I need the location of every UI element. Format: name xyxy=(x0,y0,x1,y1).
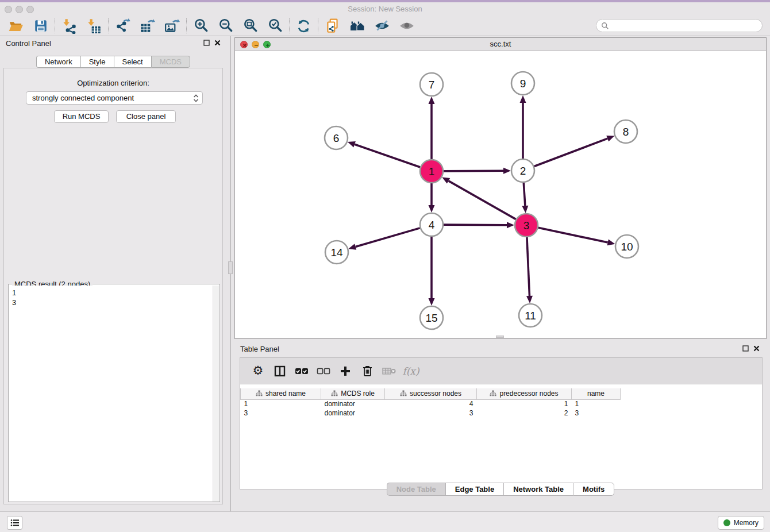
column-header-successor-nodes[interactable]: successor nodes xyxy=(385,388,477,399)
delete-rows-button[interactable] xyxy=(356,361,378,381)
table-cell[interactable]: 3 xyxy=(572,408,621,418)
open-session-button[interactable] xyxy=(3,17,28,34)
float-panel-icon[interactable] xyxy=(742,345,749,352)
table-cell[interactable]: 1 xyxy=(477,399,572,408)
status-bar: Memory xyxy=(0,511,770,532)
edge-arrow xyxy=(348,141,356,147)
add-row-button[interactable] xyxy=(334,361,356,381)
column-header-shared-name[interactable]: shared name xyxy=(241,388,321,399)
zoom-in-button[interactable] xyxy=(188,17,213,34)
trash-icon xyxy=(362,365,373,377)
new-network-from-selection-button[interactable] xyxy=(320,17,345,34)
table-cell[interactable]: 3 xyxy=(241,408,321,418)
mcds-result-text[interactable]: 1 3 xyxy=(9,286,213,502)
node-label: 8 xyxy=(623,126,629,138)
node-table-container: ⚙ xyxy=(240,357,763,489)
delete-table-button[interactable] xyxy=(378,361,400,381)
table-settings-button[interactable]: ⚙ xyxy=(247,361,269,381)
close-panel-button[interactable]: Close panel xyxy=(116,110,176,123)
table-cell[interactable]: 1 xyxy=(572,399,621,408)
memory-button[interactable]: Memory xyxy=(718,516,764,530)
edge-arrow xyxy=(429,205,435,213)
table-cell[interactable]: 2 xyxy=(477,408,572,418)
deselect-all-button[interactable] xyxy=(313,361,334,381)
edge-3-1[interactable] xyxy=(449,181,516,219)
splitter-grip[interactable] xyxy=(228,261,233,274)
first-neighbors-button[interactable] xyxy=(345,17,369,34)
table-cell[interactable]: dominator xyxy=(321,399,385,408)
plus-icon xyxy=(340,365,351,377)
main-toolbar xyxy=(0,16,770,36)
hierarchy-icon xyxy=(400,390,407,396)
function-builder-button[interactable]: f(x) xyxy=(400,361,422,381)
zoom-fit-button[interactable] xyxy=(238,17,263,34)
close-panel-icon[interactable] xyxy=(753,345,760,352)
result-scrollbar[interactable] xyxy=(213,286,219,502)
export-network-button[interactable] xyxy=(110,17,135,34)
zoom-out-button[interactable] xyxy=(213,17,238,34)
zoom-in-icon xyxy=(193,18,209,34)
tab-style[interactable]: Style xyxy=(80,56,114,68)
refresh-view-button[interactable] xyxy=(291,17,316,34)
save-session-button[interactable] xyxy=(28,17,53,34)
node-table[interactable]: shared nameMCDS rolesuccessor nodesprede… xyxy=(240,388,621,418)
hide-selected-button[interactable] xyxy=(369,17,394,34)
task-history-button[interactable] xyxy=(7,516,22,530)
node-label: 9 xyxy=(520,78,526,90)
edge-4-3[interactable] xyxy=(444,225,507,225)
zoom-selected-button[interactable] xyxy=(263,17,287,34)
export-image-button[interactable] xyxy=(160,17,184,34)
column-header-predecessor-nodes[interactable]: predecessor nodes xyxy=(477,388,572,399)
edge-1-6[interactable] xyxy=(355,144,420,167)
edge-arrow xyxy=(503,168,511,174)
run-mcds-button[interactable]: Run MCDS xyxy=(54,110,109,123)
control-panel-title: Control Panel xyxy=(6,39,51,48)
network-resize-grip[interactable] xyxy=(496,336,504,338)
tab-network[interactable]: Network xyxy=(36,56,80,68)
tab-mcds[interactable]: MCDS xyxy=(151,56,190,68)
tab-node-table[interactable]: Node Table xyxy=(387,483,445,496)
import-table-icon xyxy=(86,18,102,34)
criterion-value: strongly connected component xyxy=(32,94,193,102)
import-network-icon xyxy=(61,18,78,34)
export-table-button[interactable] xyxy=(135,17,160,34)
table-cell[interactable]: 4 xyxy=(385,399,477,408)
edge-3-10[interactable] xyxy=(538,228,608,242)
network-window-titlebar[interactable]: scc.txt xyxy=(235,38,766,51)
zoom-selected-icon xyxy=(267,18,283,34)
tab-motifs[interactable]: Motifs xyxy=(573,483,614,496)
column-view-button[interactable] xyxy=(269,361,291,381)
edge-2-3[interactable] xyxy=(523,183,525,206)
node-label: 10 xyxy=(621,241,633,253)
edge-1-2[interactable] xyxy=(444,171,503,171)
edge-4-14[interactable] xyxy=(356,228,420,247)
import-table-button[interactable] xyxy=(82,17,106,34)
edge-3-11[interactable] xyxy=(527,237,530,296)
criterion-dropdown[interactable]: strongly connected component xyxy=(26,91,203,105)
table-panel-header: Table Panel xyxy=(234,342,767,357)
tab-network-table[interactable]: Network Table xyxy=(503,483,573,496)
table-row[interactable]: 3dominator323 xyxy=(241,408,621,418)
save-icon xyxy=(33,18,48,33)
show-all-button[interactable] xyxy=(394,17,419,34)
tab-select[interactable]: Select xyxy=(114,56,151,68)
table-panel: Table Panel ⚙ xyxy=(234,342,767,510)
column-header-MCDS-role[interactable]: MCDS role xyxy=(321,388,385,399)
select-all-button[interactable] xyxy=(291,361,313,381)
eye-slash-icon xyxy=(374,18,391,34)
panel-splitter[interactable] xyxy=(226,36,234,511)
table-cell[interactable]: 1 xyxy=(241,399,321,408)
import-network-button[interactable] xyxy=(57,17,82,34)
network-graph[interactable]: 7968124314101511 xyxy=(235,51,766,338)
search-input[interactable] xyxy=(609,21,762,31)
table-row[interactable]: 1dominator411 xyxy=(241,399,621,408)
close-panel-icon[interactable] xyxy=(214,40,221,46)
table-cell[interactable]: dominator xyxy=(321,408,385,418)
edge-2-8[interactable] xyxy=(534,138,608,166)
network-canvas[interactable]: 7968124314101511 xyxy=(235,51,766,338)
tab-edge-table[interactable]: Edge Table xyxy=(445,483,503,496)
float-panel-icon[interactable] xyxy=(203,40,210,46)
table-cell[interactable]: 3 xyxy=(385,408,477,418)
search-box[interactable] xyxy=(596,19,763,32)
column-header-name[interactable]: name xyxy=(572,388,621,399)
